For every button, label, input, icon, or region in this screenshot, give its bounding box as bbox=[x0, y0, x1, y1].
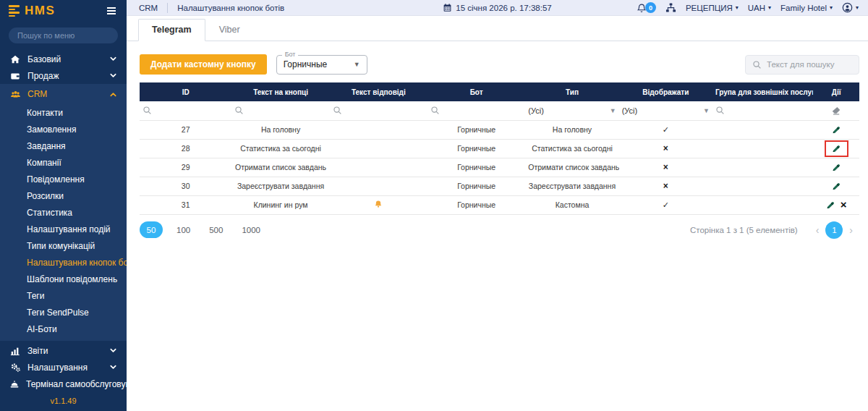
network-icon[interactable] bbox=[665, 2, 676, 13]
page-size-100[interactable]: 100 bbox=[171, 221, 195, 238]
page-size-500[interactable]: 500 bbox=[204, 221, 228, 238]
breadcrumb-module[interactable]: CRM bbox=[136, 4, 158, 12]
column-header[interactable]: Текст на кнопці bbox=[231, 82, 329, 101]
table-search[interactable] bbox=[745, 55, 859, 75]
column-header[interactable]: ID bbox=[140, 82, 231, 101]
bot-select[interactable]: Бот Горничные ▼ bbox=[276, 55, 367, 75]
id-cell: 29 bbox=[140, 158, 231, 177]
prev-page-icon[interactable]: ‹ bbox=[816, 224, 820, 236]
reception-menu[interactable]: РЕЦЕПЦИЯ▾ bbox=[686, 4, 739, 12]
sidebar-item-settings[interactable]: Налаштування bbox=[0, 359, 127, 376]
actions-group bbox=[826, 179, 847, 193]
currency-menu[interactable]: UAH▾ bbox=[748, 4, 771, 12]
user-menu[interactable]: ▾ bbox=[842, 2, 859, 13]
sidebar-subitem[interactable]: Статистика bbox=[0, 204, 127, 221]
sidebar-header: HMS bbox=[0, 0, 127, 22]
clear-filter-icon bbox=[831, 106, 841, 116]
sidebar-item-label: Термінал самообслуговування bbox=[26, 379, 127, 389]
column-header[interactable]: Бот bbox=[427, 82, 525, 101]
column-header[interactable]: Група для зовнішніх послуг bbox=[712, 82, 813, 101]
id-cell: 28 bbox=[140, 139, 231, 158]
next-page-icon[interactable]: › bbox=[849, 224, 853, 236]
sidebar-item-label: Базовий bbox=[27, 54, 103, 64]
button-text-cell: На головну bbox=[231, 120, 329, 139]
column-header[interactable]: Тип bbox=[525, 82, 618, 101]
sidebar-subitem[interactable]: Теги bbox=[0, 287, 127, 304]
column-header[interactable]: Відображати bbox=[619, 82, 712, 101]
table-search-input[interactable] bbox=[767, 60, 852, 69]
chevron-down-icon: ▼ bbox=[610, 107, 616, 114]
main-area: CRM Налаштування кнопок ботів 15 січня 2… bbox=[127, 0, 868, 411]
content: Додати кастомну кнопку Бот Горничные ▼ I… bbox=[127, 41, 868, 411]
sidebar-item-crm[interactable]: CRM bbox=[0, 84, 127, 104]
check-icon: ✓ bbox=[663, 125, 669, 134]
table-row: 31Клининг ин румГорничныеКастомна✓× bbox=[140, 195, 859, 214]
sidebar-subitem[interactable]: Компанії bbox=[0, 154, 127, 171]
edit-button[interactable] bbox=[826, 200, 835, 210]
sidebar-item-sales[interactable]: Продаж bbox=[0, 67, 127, 84]
bot-select-label: Бот bbox=[282, 51, 299, 58]
page-size-50[interactable]: 50 bbox=[140, 221, 163, 238]
filter-select[interactable]: (Усі)▼ bbox=[528, 106, 616, 115]
actions-group bbox=[826, 161, 847, 174]
user-icon bbox=[842, 2, 853, 13]
filter-search-cell[interactable] bbox=[234, 106, 326, 115]
edit-button[interactable] bbox=[832, 182, 841, 191]
terminal-icon bbox=[9, 379, 20, 389]
clear-filters-button[interactable] bbox=[816, 106, 856, 116]
sidebar-subitem[interactable]: Повідомлення bbox=[0, 171, 127, 187]
sidebar-item-self-service-terminal[interactable]: Термінал самообслуговування bbox=[0, 376, 127, 392]
delete-button[interactable]: × bbox=[841, 200, 847, 209]
bot-select-value: Горничные bbox=[284, 59, 328, 69]
sidebar-subitem[interactable]: Замовлення bbox=[0, 121, 127, 137]
filter-search-cell[interactable] bbox=[715, 106, 810, 115]
sidebar-subitem[interactable]: Завдання bbox=[0, 137, 127, 154]
filter-search-cell[interactable] bbox=[333, 106, 425, 115]
topbar: CRM Налаштування кнопок ботів 15 січня 2… bbox=[127, 0, 868, 16]
datetime: 15 січня 2026 р. 17:38:57 bbox=[443, 3, 551, 12]
sidebar-subitem[interactable]: Типи комунікацій bbox=[0, 237, 127, 254]
chevron-down-icon bbox=[109, 347, 117, 355]
filter-search-cell[interactable] bbox=[142, 106, 229, 115]
column-header[interactable]: Дії bbox=[813, 82, 859, 101]
add-custom-button[interactable]: Додати кастомну кнопку bbox=[140, 54, 267, 75]
tab-viber[interactable]: Viber bbox=[205, 19, 254, 41]
current-page-button[interactable]: 1 bbox=[825, 221, 843, 239]
visible-cell: × bbox=[619, 177, 712, 195]
actions-cell bbox=[813, 120, 859, 139]
search-icon bbox=[430, 106, 440, 115]
sidebar-item-reports[interactable]: Звіти bbox=[0, 342, 127, 359]
sidebar-subitem[interactable]: Налаштування подій bbox=[0, 221, 127, 237]
group-cell bbox=[712, 177, 813, 195]
sidebar-subitem[interactable]: AI-Боти bbox=[0, 321, 127, 337]
app-logo-text: HMS bbox=[25, 4, 55, 18]
currency-menu-label: UAH bbox=[748, 4, 765, 12]
notifications-button[interactable]: 0 bbox=[637, 2, 656, 13]
actions-group: × bbox=[820, 198, 853, 212]
menu-search-input[interactable] bbox=[9, 27, 118, 43]
sidebar-subitem[interactable]: Теги SendPulse bbox=[0, 304, 127, 321]
collapse-menu-icon[interactable] bbox=[105, 5, 118, 17]
edit-button[interactable] bbox=[832, 144, 841, 153]
cross-icon: × bbox=[663, 181, 668, 191]
bot-cell: Горничные bbox=[427, 177, 525, 195]
filter-search-cell[interactable] bbox=[430, 106, 522, 115]
edit-button[interactable] bbox=[832, 163, 841, 172]
sidebar-subitem-active[interactable]: Налаштування кнопок ботів bbox=[0, 254, 127, 271]
sidebar-subitem[interactable]: Контакти bbox=[0, 104, 127, 121]
filter-select[interactable]: (Усі)▼ bbox=[622, 106, 710, 115]
tab-telegram[interactable]: Telegram bbox=[138, 19, 205, 41]
edit-button[interactable] bbox=[832, 125, 841, 135]
sidebar-subitem[interactable]: Розсилки bbox=[0, 187, 127, 204]
button-text-cell: Статистика за сьогодні bbox=[231, 139, 329, 158]
response-text-cell bbox=[330, 195, 427, 214]
sidebar-item-basic[interactable]: Базовий bbox=[0, 51, 127, 67]
pagination: 501005001000 Сторінка 1 з 1 (5 елементів… bbox=[140, 221, 859, 239]
column-header[interactable]: Текст відповіді bbox=[330, 82, 427, 101]
hotel-menu[interactable]: Family Hotel▾ bbox=[780, 4, 833, 12]
home-icon bbox=[9, 54, 21, 64]
id-cell: 31 bbox=[140, 195, 231, 214]
sidebar-subitem[interactable]: Шаблони повідомлень bbox=[0, 271, 127, 287]
search-icon bbox=[715, 106, 725, 115]
page-size-1000[interactable]: 1000 bbox=[237, 221, 265, 238]
